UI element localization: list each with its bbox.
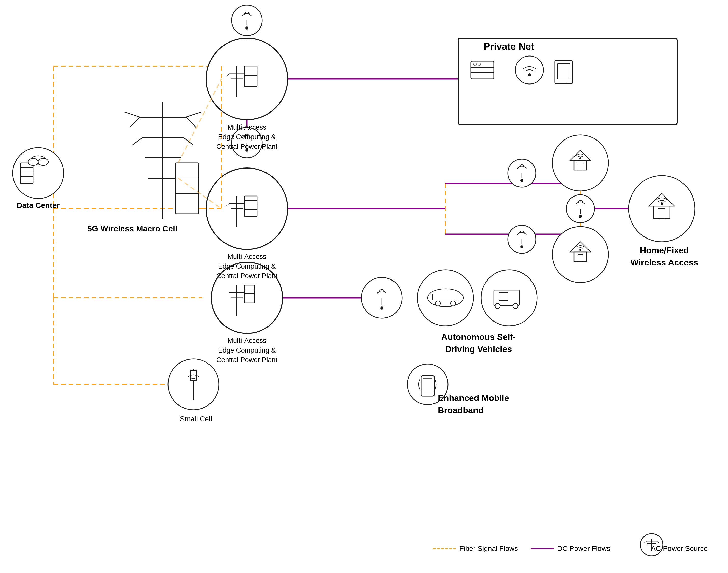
svg-rect-117 xyxy=(433,294,458,300)
svg-rect-106 xyxy=(578,163,583,170)
mec1-label: Multi-AccessEdge Computing &Central Powe… xyxy=(209,123,285,151)
dc-line-icon xyxy=(531,548,554,549)
enhanced-mobile-label: Enhanced MobileBroadband xyxy=(438,392,545,416)
legend-ac: AC Power Source xyxy=(623,544,708,553)
home-wireless-label: Home/FixedWireless Access xyxy=(621,244,708,269)
svg-point-91 xyxy=(579,215,582,218)
macro-cell-label: 5G Wireless Macro Cell xyxy=(82,224,183,233)
svg-rect-96 xyxy=(20,163,33,183)
svg-line-47 xyxy=(130,117,140,127)
legend-fiber: Fiber Signal Flows xyxy=(433,544,518,553)
svg-point-139 xyxy=(478,63,480,65)
svg-point-122 xyxy=(495,303,500,309)
svg-rect-53 xyxy=(176,163,199,214)
svg-line-48 xyxy=(186,117,196,127)
svg-rect-114 xyxy=(658,209,665,218)
svg-point-143 xyxy=(528,73,531,76)
mec2-label: Multi-AccessEdge Computing &Central Powe… xyxy=(209,252,285,281)
small-cell-label: Small Cell xyxy=(173,415,219,423)
svg-rect-77 xyxy=(244,285,255,303)
svg-point-118 xyxy=(435,301,440,306)
svg-point-138 xyxy=(474,63,476,65)
svg-rect-61 xyxy=(244,66,257,87)
network-diagram-svg xyxy=(0,0,728,573)
svg-rect-70 xyxy=(244,196,257,216)
svg-line-50 xyxy=(186,112,201,117)
svg-point-102 xyxy=(28,158,38,165)
fiber-line-icon xyxy=(433,548,456,549)
svg-line-49 xyxy=(125,112,140,117)
private-net-title: Private Net xyxy=(484,41,534,52)
svg-point-107 xyxy=(579,157,581,159)
svg-point-115 xyxy=(661,202,663,205)
svg-line-51 xyxy=(133,138,143,145)
svg-rect-145 xyxy=(558,64,570,79)
svg-rect-110 xyxy=(578,255,583,262)
diagram-container: Private Net Data Center 5G Wireless Macr… xyxy=(0,0,728,573)
svg-line-52 xyxy=(183,138,194,145)
svg-rect-125 xyxy=(423,378,432,392)
svg-point-119 xyxy=(451,301,456,306)
svg-point-89 xyxy=(520,245,523,249)
svg-point-83 xyxy=(245,27,249,30)
svg-point-123 xyxy=(513,303,518,309)
autonomous-label: Autonomous Self-Driving Vehicles xyxy=(428,331,529,355)
svg-rect-121 xyxy=(499,293,508,300)
legend: Fiber Signal Flows DC Power Flows AC Pow… xyxy=(433,544,708,553)
svg-point-93 xyxy=(380,307,383,310)
mec3-label: Multi-AccessEdge Computing &Central Powe… xyxy=(209,336,285,365)
data-center-label: Data Center xyxy=(8,201,69,210)
svg-point-103 xyxy=(38,158,48,165)
legend-dc: DC Power Flows xyxy=(531,544,610,553)
svg-point-111 xyxy=(579,249,581,251)
svg-point-87 xyxy=(520,179,523,182)
